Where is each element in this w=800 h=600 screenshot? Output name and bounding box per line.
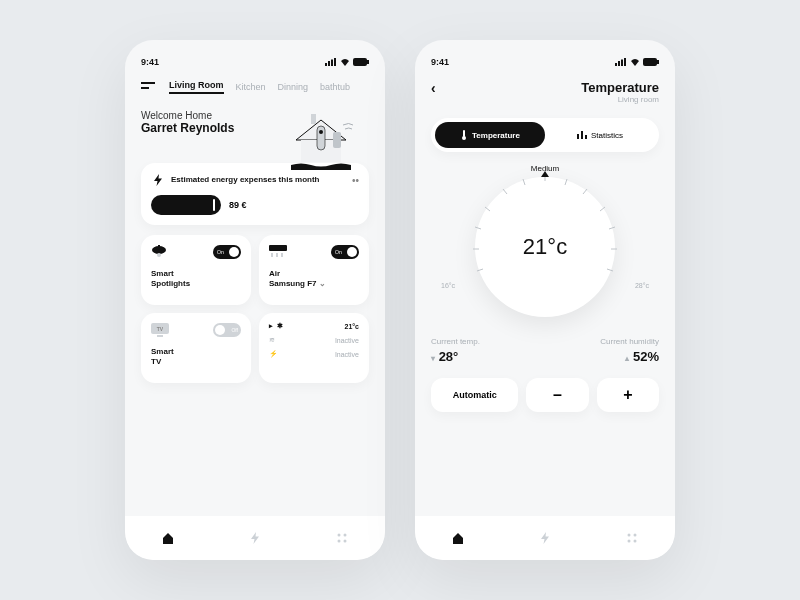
svg-rect-1 — [328, 61, 330, 66]
svg-rect-3 — [334, 58, 336, 66]
svg-point-51 — [627, 540, 630, 543]
segment-statistics[interactable]: Statistics — [545, 122, 655, 148]
nav-energy[interactable] — [536, 529, 554, 547]
svg-rect-17 — [269, 245, 287, 251]
decrease-button[interactable]: – — [526, 378, 588, 412]
ac-mode-power[interactable]: ⚡ Inactive — [269, 347, 359, 361]
status-time: 9:41 — [141, 57, 159, 67]
status-indicators — [325, 58, 369, 66]
bolt-icon — [151, 173, 165, 187]
automatic-button[interactable]: Automatic — [431, 378, 518, 412]
svg-line-46 — [475, 227, 481, 229]
increase-button[interactable]: + — [597, 378, 659, 412]
svg-rect-26 — [618, 61, 620, 66]
svg-point-23 — [337, 540, 340, 543]
device-spotlights[interactable]: On SmartSpotlights — [141, 235, 251, 305]
ac-mode-list: ▸✱ 21°c ≋ Inactive ⚡ Inactive — [259, 313, 369, 383]
dial-pointer-icon — [541, 171, 549, 177]
svg-line-48 — [477, 269, 483, 271]
current-stats: Current temp. ▾ 28° Current humidity ▴ 5… — [431, 337, 659, 364]
svg-rect-31 — [463, 130, 465, 137]
lamp-icon — [151, 245, 167, 259]
ac-mode-cool[interactable]: ▸✱ 21°c — [269, 319, 359, 333]
svg-rect-27 — [621, 60, 623, 67]
dial-range-low: 16°c — [441, 282, 455, 289]
battery-icon — [643, 58, 659, 66]
nav-settings[interactable] — [623, 529, 641, 547]
status-bar: 9:41 — [141, 54, 369, 70]
svg-rect-33 — [577, 134, 579, 139]
dial-range-high: 28°c — [635, 282, 649, 289]
svg-rect-7 — [141, 87, 149, 89]
sliders-icon — [625, 531, 639, 545]
current-temp-block: Current temp. ▾ 28° — [431, 337, 480, 364]
svg-rect-15 — [158, 245, 160, 248]
svg-line-43 — [523, 179, 525, 185]
bars-icon — [577, 131, 587, 139]
menu-icon — [141, 82, 155, 92]
status-bar: 9:41 — [431, 54, 659, 70]
device-grid: On SmartSpotlights On AirSamsung F7 ⌄ TV… — [141, 235, 369, 383]
home-screen: 9:41 Living Room Kitchen Dinning bathtub… — [125, 40, 385, 560]
control-buttons: Automatic – + — [431, 378, 659, 412]
current-temp-label: Current temp. — [431, 337, 480, 346]
svg-line-38 — [583, 189, 587, 194]
nav-energy[interactable] — [246, 529, 264, 547]
svg-rect-35 — [585, 135, 587, 139]
page-subtitle: Living room — [581, 95, 659, 104]
current-humidity-value: 52% — [633, 349, 659, 364]
bullet-icon: ▸ — [269, 322, 273, 330]
device-air-conditioner[interactable]: On AirSamsung F7 ⌄ — [259, 235, 369, 305]
chevron-down-icon: ⌄ — [319, 279, 326, 288]
nav-settings[interactable] — [333, 529, 351, 547]
device-tv[interactable]: TV Off SmartTV — [141, 313, 251, 383]
svg-point-16 — [157, 253, 161, 257]
tab-bathtub[interactable]: bathtub — [320, 82, 350, 92]
signal-icon — [615, 58, 627, 66]
svg-rect-34 — [581, 131, 583, 139]
tv-icon: TV — [151, 323, 169, 337]
current-humidity-label: Current humidity — [600, 337, 659, 346]
ac-toggle[interactable]: On — [331, 245, 359, 259]
wifi-icon — [340, 58, 350, 66]
svg-rect-13 — [333, 132, 341, 148]
svg-point-32 — [462, 136, 466, 140]
back-button[interactable]: ‹ — [431, 80, 436, 96]
wifi-icon — [630, 58, 640, 66]
current-temp-value: 28° — [439, 349, 459, 364]
temperature-dial[interactable]: 21°c — [475, 177, 615, 317]
energy-progress — [151, 195, 221, 215]
signal-icon — [325, 58, 337, 66]
snowflake-icon: ✱ — [277, 322, 283, 330]
status-time: 9:41 — [431, 57, 449, 67]
nav-home[interactable] — [159, 529, 177, 547]
spotlights-toggle[interactable]: On — [213, 245, 241, 259]
svg-line-37 — [565, 179, 567, 185]
svg-line-40 — [609, 227, 615, 229]
svg-rect-10 — [317, 126, 325, 150]
temperature-screen: 9:41 ‹ Temperature Living room Temperatu… — [415, 40, 675, 560]
svg-rect-5 — [367, 60, 369, 64]
tv-toggle[interactable]: Off — [213, 323, 241, 337]
more-button[interactable]: •• — [352, 175, 359, 186]
segment-temperature[interactable]: Temperature — [435, 122, 545, 148]
energy-card[interactable]: Estimated energy expenses this month •• … — [141, 163, 369, 225]
nav-home[interactable] — [449, 529, 467, 547]
ac-mode-fan[interactable]: ≋ Inactive — [269, 333, 359, 347]
bolt-nav-icon — [248, 531, 262, 545]
battery-icon — [353, 58, 369, 66]
tab-dinning[interactable]: Dinning — [278, 82, 309, 92]
svg-text:TV: TV — [157, 326, 164, 332]
page-title: Temperature — [581, 80, 659, 95]
energy-value: 89 € — [229, 200, 247, 210]
tab-kitchen[interactable]: Kitchen — [236, 82, 266, 92]
bottom-nav — [125, 516, 385, 560]
svg-rect-4 — [353, 58, 367, 66]
svg-rect-29 — [643, 58, 657, 66]
dial-ticks — [467, 169, 623, 325]
tab-living-room[interactable]: Living Room — [169, 80, 224, 94]
fan-icon: ≋ — [269, 336, 275, 344]
trend-down-icon: ▾ — [431, 354, 435, 363]
bottom-nav — [415, 516, 675, 560]
menu-button[interactable] — [141, 82, 157, 92]
